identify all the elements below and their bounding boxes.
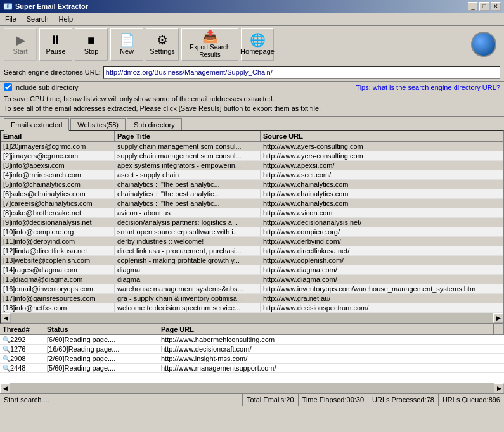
tab-emails-extracted[interactable]: Emails extracted bbox=[4, 118, 69, 131]
bottom-body[interactable]: 🔍2292 [6/60]Reading page.... http://www.… bbox=[0, 335, 504, 383]
settings-button[interactable]: ⚙ Settings bbox=[146, 28, 179, 61]
bottom-table-row[interactable]: 🔍1276 [16/60]Reading page.... http://www… bbox=[0, 345, 504, 354]
maximize-button[interactable]: □ bbox=[479, 2, 489, 11]
cell-title: decision/analysis partners: logistics a.… bbox=[115, 218, 261, 227]
table-row[interactable]: [4]info@mriresearch.com ascet - supply c… bbox=[1, 170, 503, 180]
cell-source: http://www.chainalytics.com bbox=[261, 180, 503, 189]
cell-source: http://www.inventoryops.com/warehouse_ma… bbox=[261, 284, 503, 293]
homepage-button[interactable]: 🌐 Homepage bbox=[241, 28, 274, 61]
homepage-label: Homepage bbox=[240, 48, 275, 55]
cell-email: [1]20jimayers@cgrmc.com bbox=[1, 142, 115, 151]
stop-button[interactable]: ■ Stop bbox=[75, 28, 108, 61]
table-row[interactable]: [16]email@inventoryops.com warehouse man… bbox=[1, 284, 503, 294]
table-row[interactable]: [8]cake@brothercake.net avicon - about u… bbox=[1, 208, 503, 218]
table-row[interactable]: [11]info@derbyind.com derby industries :… bbox=[1, 237, 503, 246]
cell-email: [17]info@gainsresources.com bbox=[1, 294, 115, 303]
new-button[interactable]: 📄 New bbox=[110, 28, 143, 61]
bottom-hscrollbar[interactable]: ◀ ▶ bbox=[0, 383, 504, 393]
cell-source: http://www.chainalytics.com bbox=[261, 189, 503, 198]
header-title: Page Title bbox=[115, 131, 261, 141]
status-urls-queued: URLs Queued:896 bbox=[439, 394, 504, 406]
menu-search[interactable]: Search bbox=[24, 14, 51, 24]
hscroll-right-btn[interactable]: ▶ bbox=[493, 313, 503, 323]
table-body[interactable]: [1]20jimayers@cgrmc.com supply chain man… bbox=[1, 142, 503, 313]
table-row[interactable]: [18]info@netfxs.com welcome to decision … bbox=[1, 303, 503, 313]
cell-email: [2]jimayers@cgrmc.com bbox=[1, 151, 115, 160]
table-row[interactable]: [5]info@chainalytics.com chainalytics ::… bbox=[1, 180, 503, 189]
table-row[interactable]: [9]info@decisionanalysis.net decision/an… bbox=[1, 218, 503, 227]
cell-title: supply chain management scm consul... bbox=[115, 142, 261, 151]
main-table-container: Email Page Title Source URL [1]20jimayer… bbox=[0, 130, 504, 324]
cell-email: [16]email@inventoryops.com bbox=[1, 284, 115, 293]
close-button[interactable]: ✕ bbox=[491, 2, 501, 11]
search-bar: Search engine directories URL: bbox=[0, 63, 504, 82]
status-emails: Total Emails:20 bbox=[243, 394, 299, 406]
tab-websites[interactable]: Websites(58) bbox=[70, 118, 126, 130]
table-row[interactable]: [14]rages@diagma.com diagma http://www.d… bbox=[1, 265, 503, 275]
cell-title: direct link usa - procurement, purchasi.… bbox=[115, 246, 261, 255]
status-time: Time Elapsed:00:30 bbox=[299, 394, 368, 406]
pause-icon: ⏸ bbox=[49, 34, 62, 46]
bottom-table-row[interactable]: 🔍2448 [5/60]Reading page.... http://www.… bbox=[0, 364, 504, 373]
info-line1: To save CPU time, below listview will on… bbox=[4, 94, 500, 104]
cell-email: [9]info@decisionanalysis.net bbox=[1, 218, 115, 227]
table-row[interactable]: [2]jimayers@cgrmc.com supply chain manag… bbox=[1, 151, 503, 161]
bottom-table-row[interactable]: 🔍2292 [6/60]Reading page.... http://www.… bbox=[0, 335, 504, 345]
cell-title: smart open source erp software with i... bbox=[115, 227, 261, 236]
cell-source: http://www.avicon.com bbox=[261, 208, 503, 217]
table-row[interactable]: [15]diagma@diagma.com diagma http://www.… bbox=[1, 275, 503, 284]
pause-button[interactable]: ⏸ Pause bbox=[39, 28, 72, 61]
search-icon-small: 🔍 bbox=[3, 346, 10, 353]
bottom-cell-status: [2/60]Reading page.... bbox=[44, 354, 158, 363]
cell-email: [18]info@netfxs.com bbox=[1, 303, 115, 312]
bottom-header-scroll bbox=[494, 324, 504, 334]
tip-link[interactable]: Tips: what is the search engine director… bbox=[356, 84, 500, 91]
bottom-cell-thread: 🔍2292 bbox=[0, 335, 44, 344]
search-input[interactable] bbox=[103, 66, 500, 79]
cell-email: [15]diagma@diagma.com bbox=[1, 275, 115, 284]
play-icon: ▶ bbox=[16, 34, 25, 46]
menu-help[interactable]: Help bbox=[56, 14, 76, 24]
cell-email: [6]sales@chainalytics.com bbox=[1, 189, 115, 198]
minimize-button[interactable]: _ bbox=[468, 2, 478, 11]
table-row[interactable]: [13]website@coplenish.com coplenish - ma… bbox=[1, 256, 503, 265]
cell-title: welcome to decision spectrum service... bbox=[115, 303, 261, 312]
bottom-table-row[interactable]: 🔍2908 [2/60]Reading page.... http://www.… bbox=[0, 354, 504, 364]
table-row[interactable]: [1]20jimayers@cgrmc.com supply chain man… bbox=[1, 142, 503, 151]
cell-email: [11]info@derbyind.com bbox=[1, 237, 115, 246]
bottom-cell-status: [16/60]Reading page.... bbox=[44, 345, 158, 353]
pause-label: Pause bbox=[46, 48, 65, 55]
cell-source: http://www.decisionanalysis.net/ bbox=[261, 218, 503, 227]
cell-email: [8]cake@brothercake.net bbox=[1, 208, 115, 217]
table-row[interactable]: [12]linda@directlinkusa.net direct link … bbox=[1, 246, 503, 256]
cell-title: diagma bbox=[115, 275, 261, 284]
bottom-cell-url: http://www.decisioncraft.com/ bbox=[158, 345, 504, 353]
hscroll-left-btn[interactable]: ◀ bbox=[1, 313, 11, 323]
table-row[interactable]: [10]info@compiere.org smart open source … bbox=[1, 227, 503, 237]
bottom-hscroll-right-btn[interactable]: ▶ bbox=[494, 383, 504, 393]
table-row[interactable]: [7]careers@chainalytics.com chainalytics… bbox=[1, 199, 503, 208]
export-button[interactable]: 📤 Export Search Results bbox=[181, 28, 238, 61]
stop-icon: ■ bbox=[87, 34, 95, 46]
menu-file[interactable]: File bbox=[3, 14, 19, 24]
table-row[interactable]: [6]sales@chainalytics.com chainalytics :… bbox=[1, 189, 503, 199]
table-row[interactable]: [17]info@gainsresources.com gra - supply… bbox=[1, 294, 503, 303]
bottom-hscroll-left-btn[interactable]: ◀ bbox=[0, 383, 10, 393]
tab-sub-directory[interactable]: Sub directory bbox=[127, 118, 182, 130]
app-icon: 📧 bbox=[3, 2, 13, 11]
bottom-hscroll-track[interactable] bbox=[10, 383, 494, 393]
start-button[interactable]: ▶ Start bbox=[4, 28, 37, 61]
cell-source: http://www.compiere.org/ bbox=[261, 227, 503, 236]
cell-title: coplenish - making profitable growth y..… bbox=[115, 256, 261, 265]
settings-label: Settings bbox=[150, 48, 175, 55]
cell-source: http://www.directlinkusa.net/ bbox=[261, 246, 503, 255]
cell-source: http://www.ayers-consulting.com bbox=[261, 151, 503, 160]
cell-email: [3]info@apexsi.com bbox=[1, 161, 115, 170]
table-row[interactable]: [3]info@apexsi.com apex systems integrat… bbox=[1, 161, 503, 170]
new-icon: 📄 bbox=[119, 34, 135, 46]
cell-email: [14]rages@diagma.com bbox=[1, 265, 115, 274]
hscroll-track[interactable] bbox=[11, 313, 493, 323]
include-sub-checkbox[interactable] bbox=[4, 83, 12, 91]
header-scroll bbox=[493, 131, 503, 141]
hscrollbar[interactable]: ◀ ▶ bbox=[1, 313, 503, 323]
